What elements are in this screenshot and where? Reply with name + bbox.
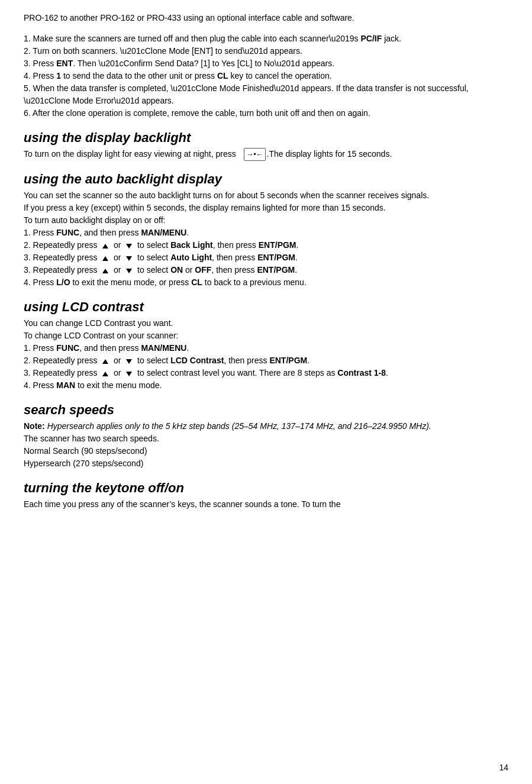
arrow-down-icon-2 <box>126 256 132 261</box>
lcd-contrast-step4: 4. Press MAN to exit the menu mode. <box>24 379 508 392</box>
arrow-up-icon-4 <box>102 359 108 364</box>
clone-step-3: 3. Press ENT. Then \u201cConfirm Send Da… <box>24 57 508 70</box>
page-content: PRO-162 to another PRO-162 or PRO-433 us… <box>24 12 508 511</box>
search-speeds-para1: The scanner has two search speeds. <box>24 433 508 445</box>
arrow-down-icon-4 <box>126 359 132 364</box>
auto-backlight-para1: You can set the scanner so the auto back… <box>24 189 508 202</box>
arrow-up-icon <box>102 244 108 249</box>
lcd-contrast-para1: You can change LCD Contrast you want. <box>24 317 508 330</box>
clone-step-2: 2. Turn on both scanners. \u201cClone Mo… <box>24 45 508 57</box>
note-label: Note: <box>24 421 45 431</box>
clone-step-6: 6. After the clone operation is complete… <box>24 107 508 120</box>
lcd-contrast-section: using LCD contrast You can change LCD Co… <box>24 299 508 392</box>
display-backlight-heading: using the display backlight <box>24 130 508 146</box>
keytone-text: Each time you press any of the scanner’s… <box>24 498 508 511</box>
lcd-contrast-para2: To change LCD Contrast on your scanner: <box>24 330 508 342</box>
intro-paragraph: PRO-162 to another PRO-162 or PRO-433 us… <box>24 13 354 22</box>
display-backlight-text: To turn on the display light for easy vi… <box>24 148 508 161</box>
search-speeds-heading: search speeds <box>24 402 508 418</box>
auto-backlight-step2: 2. Repeatedly press or to select Back Li… <box>24 239 508 251</box>
arrow-down-icon <box>126 244 132 249</box>
keytone-heading: turning the keytone off/on <box>24 480 508 496</box>
arrow-down-icon-3 <box>126 269 132 273</box>
auto-backlight-heading: using the auto backlight display <box>24 172 508 187</box>
page-number: 14 <box>499 763 508 772</box>
search-speeds-note: Note: Hypersearch applies only to the 5 … <box>24 420 508 433</box>
auto-backlight-step3a: 3. Repeatedly press or to select Auto Li… <box>24 251 508 264</box>
clone-step-1: 1. Make sure the scanners are turned off… <box>24 33 508 45</box>
display-backlight-section: using the display backlight To turn on t… <box>24 130 508 161</box>
arrow-up-icon-3 <box>102 269 108 273</box>
note-text: Hypersearch applies only to the 5 kHz st… <box>47 421 431 431</box>
search-speeds-normal: Normal Search (90 steps/second) <box>24 445 508 457</box>
auto-backlight-para2: If you press a key (except) within 5 sec… <box>24 202 508 214</box>
search-speeds-section: search speeds Note: Hypersearch applies … <box>24 402 508 470</box>
auto-backlight-step4: 4. Press L/O to exit the menu mode, or p… <box>24 276 508 289</box>
lcd-contrast-step2: 2. Repeatedly press or to select LCD Con… <box>24 354 508 367</box>
arrow-down-icon-5 <box>126 372 132 376</box>
auto-backlight-para3: To turn auto backlight display on or off… <box>24 214 508 227</box>
clone-step-4: 4. Press 1 to send the data to the other… <box>24 70 508 82</box>
intro-text: PRO-162 to another PRO-162 or PRO-433 us… <box>24 12 508 24</box>
auto-backlight-section: using the auto backlight display You can… <box>24 172 508 289</box>
lcd-contrast-step1: 1. Press FUNC, and then press MAN/MENU. <box>24 342 508 354</box>
auto-backlight-step1: 1. Press FUNC, and then press MAN/MENU. <box>24 227 508 239</box>
keytone-section: turning the keytone off/on Each time you… <box>24 480 508 511</box>
arrow-up-icon-2 <box>102 256 108 261</box>
arrow-up-icon-5 <box>102 372 108 376</box>
clone-step-5: 5. When the data transfer is completed, … <box>24 82 508 107</box>
search-speeds-hyper: Hypersearch (270 steps/second) <box>24 457 508 470</box>
auto-backlight-step3b: 3. Repeatedly press or to select ON or O… <box>24 264 508 276</box>
lcd-contrast-heading: using LCD contrast <box>24 299 508 315</box>
clone-steps-section: 1. Make sure the scanners are turned off… <box>24 33 508 120</box>
backlight-button-icon: →•← <box>244 148 265 161</box>
lcd-contrast-step3: 3. Repeatedly press or to select contras… <box>24 367 508 379</box>
